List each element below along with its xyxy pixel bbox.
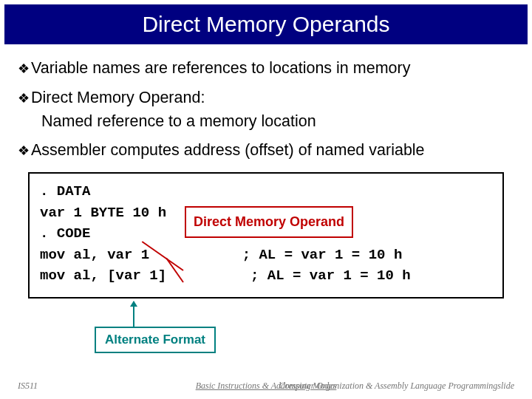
bullet-3-text: Assembler computes address (offset) of n… [31,141,425,160]
bullet-2-text: Direct Memory Operand: [31,89,205,107]
bullet-2-sub: Named reference to a memory location [41,112,514,131]
bullet-3: ❖ Assembler computes address (offset) of… [18,141,514,160]
code-line-5: mov al, [var 1] ; AL = var 1 = 10 h [40,265,492,287]
slide-title: Direct Memory Operands [142,12,389,37]
bullet-1-text: Variable names are references to locatio… [31,59,410,78]
code-line-4: mov al, var 1 ; AL = var 1 = 10 h [40,245,492,266]
title-bar: Direct Memory Operands [4,4,528,44]
code-box: . DATA var 1 BYTE 10 h . CODE mov al, va… [28,172,504,299]
diamond-icon: ❖ [18,89,31,108]
code-line-1: . DATA [40,181,492,202]
footer-right: Computer Organization & Assembly Languag… [279,381,514,392]
diamond-icon: ❖ [18,59,31,78]
diamond-icon: ❖ [18,141,31,160]
content-area: ❖ Variable names are references to locat… [0,44,532,299]
bullet-2: ❖ Direct Memory Operand: [18,89,514,108]
arrow-up-icon [133,301,134,327]
alternate-format-label: Alternate Format [95,327,216,353]
direct-memory-operand-label: Direct Memory Operand [185,206,353,238]
bullet-1: ❖ Variable names are references to locat… [18,59,514,78]
